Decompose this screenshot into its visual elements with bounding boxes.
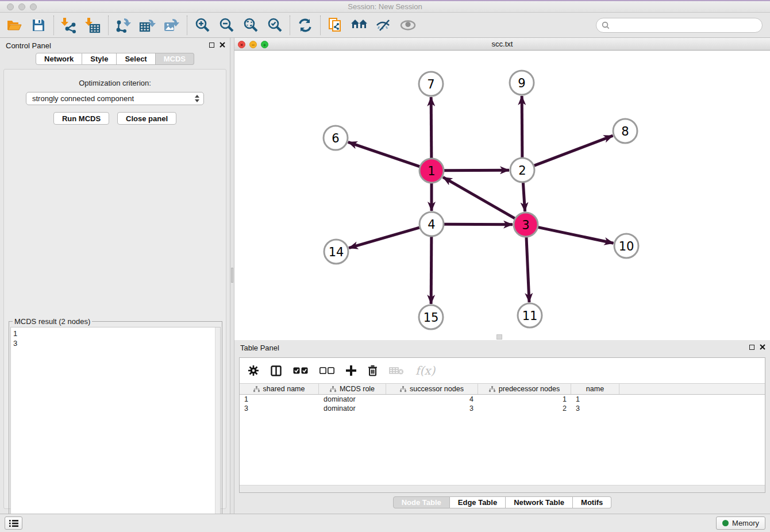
deselect-all-icon[interactable] — [319, 367, 334, 374]
tab-select[interactable]: Select — [117, 53, 155, 65]
import-table-icon[interactable] — [81, 14, 105, 36]
table-cell[interactable]: dominator — [319, 404, 386, 413]
window-title: Session: New Session — [0, 2, 770, 11]
table-cell[interactable]: 2 — [478, 404, 571, 413]
apply-layout-icon[interactable] — [293, 14, 317, 36]
optimization-criterion-label: Optimization criterion: — [4, 79, 226, 87]
memory-button[interactable]: Memory — [716, 516, 765, 530]
search-icon — [602, 21, 610, 29]
graph-edge-1-2[interactable] — [444, 170, 509, 171]
table-cell[interactable]: 3 — [571, 404, 619, 413]
table-cell[interactable]: 4 — [386, 395, 478, 404]
search-box[interactable] — [596, 18, 763, 33]
close-panel-icon[interactable] — [220, 42, 225, 48]
table-row[interactable]: 1dominator411 — [240, 395, 765, 404]
node-table-container: f(x) shared nameMCDS rolesuccessor nodes… — [239, 357, 765, 493]
column-header-MCDS-role[interactable]: MCDS role — [319, 384, 386, 394]
hide-details-eye-icon[interactable] — [372, 14, 396, 36]
mcds-result-text: 1 3 — [11, 327, 220, 349]
duplicate-network-icon[interactable] — [324, 14, 348, 36]
network-window-titlebar: × − + scc.txt — [234, 38, 770, 51]
tab-mcds[interactable]: MCDS — [156, 53, 194, 65]
table-settings-gear-icon[interactable] — [248, 365, 259, 376]
zoom-out-icon[interactable] — [214, 14, 238, 36]
zoom-in-icon[interactable] — [190, 14, 214, 36]
select-all-icon[interactable] — [293, 367, 308, 374]
zoom-fit-icon[interactable] — [238, 14, 263, 36]
column-header-successor-nodes[interactable]: successor nodes — [386, 384, 478, 394]
table-cell[interactable]: 3 — [386, 404, 478, 413]
table-cell[interactable]: 1 — [571, 395, 619, 404]
float-panel-icon[interactable] — [749, 345, 754, 350]
panel-splitter[interactable] — [230, 38, 234, 514]
table-row[interactable]: 3dominator323 — [240, 404, 765, 413]
table-panel: Table Panel — [234, 340, 770, 514]
export-table-icon[interactable] — [136, 14, 160, 36]
graph-edge-1-6[interactable] — [348, 142, 420, 167]
mcds-result-area[interactable]: 1 3 — [10, 327, 221, 532]
canvas-scroll-handle[interactable] — [496, 334, 502, 340]
close-panel-button[interactable]: Close panel — [117, 112, 176, 125]
table-panel-title: Table Panel — [240, 344, 279, 352]
table-rows: 1dominator4113dominator323 — [240, 395, 765, 413]
column-header-name[interactable]: name — [571, 384, 619, 394]
tab-style[interactable]: Style — [82, 53, 117, 65]
graph-edge-1-7[interactable] — [431, 97, 432, 159]
close-panel-icon[interactable] — [760, 344, 765, 350]
tab-network-table[interactable]: Network Table — [506, 496, 573, 508]
graph-node-label-6: 6 — [332, 132, 339, 145]
graph-edge-2-9[interactable] — [522, 96, 522, 158]
table-horizontal-scrollbar[interactable] — [240, 485, 765, 492]
column-header-predecessor-nodes[interactable]: predecessor nodes — [478, 384, 571, 394]
toolbar-separator — [53, 16, 54, 35]
mcds-result-box: MCDS result (2 nodes) 1 3 — [9, 321, 222, 532]
graph-edge-2-3[interactable] — [523, 182, 525, 211]
network-view-window: × − + scc.txt 7968124314101511 — [234, 38, 770, 340]
graph-edge-4-15[interactable] — [431, 236, 432, 304]
network-window-title: scc.txt — [234, 40, 770, 48]
show-details-eye-icon[interactable] — [396, 14, 420, 36]
table-cell[interactable]: 1 — [478, 395, 571, 404]
delete-column-icon[interactable] — [368, 365, 378, 376]
tab-edge-table[interactable]: Edge Table — [450, 496, 506, 508]
result-scrollbar[interactable] — [215, 327, 220, 532]
open-file-icon[interactable] — [2, 14, 26, 36]
mcds-result-legend: MCDS result (2 nodes) — [13, 317, 92, 326]
tab-node-table[interactable]: Node Table — [393, 496, 450, 508]
task-history-button[interactable] — [5, 516, 22, 530]
add-column-icon[interactable] — [346, 365, 356, 376]
table-header-row: shared nameMCDS rolesuccessor nodesprede… — [240, 383, 765, 395]
graph-edge-3-11[interactable] — [526, 237, 529, 302]
search-input[interactable] — [613, 20, 762, 31]
graph-edge-4-3[interactable] — [444, 224, 513, 225]
control-panel-title: Control Panel — [6, 41, 51, 50]
tab-network[interactable]: Network — [36, 53, 82, 65]
zoom-selected-icon[interactable] — [263, 14, 287, 36]
table-cell[interactable]: dominator — [319, 395, 386, 404]
network-canvas[interactable]: 7968124314101511 — [234, 51, 770, 340]
graph-edge-3-1[interactable] — [443, 177, 515, 218]
run-mcds-button[interactable]: Run MCDS — [53, 112, 109, 125]
optimization-criterion-select[interactable]: strongly connected component — [26, 92, 204, 105]
window-titlebar: Session: New Session — [0, 0, 770, 13]
table-cell[interactable]: 1 — [240, 395, 319, 404]
houses-icon[interactable] — [348, 14, 372, 36]
float-panel-icon[interactable] — [209, 43, 214, 48]
graph-node-label-4: 4 — [428, 218, 435, 232]
table-cell[interactable]: 3 — [240, 404, 319, 413]
export-network-icon[interactable] — [111, 14, 136, 36]
control-panel: Control Panel NetworkStyleSelectMCDS Opt… — [0, 38, 230, 514]
graph-edge-2-8[interactable] — [534, 136, 613, 165]
save-session-icon[interactable] — [26, 14, 51, 36]
export-image-icon[interactable] — [160, 14, 184, 36]
tab-motifs[interactable]: Motifs — [573, 496, 611, 508]
show-column-icon[interactable] — [271, 365, 282, 376]
graph-edge-3-10[interactable] — [538, 227, 614, 243]
splitter-handle[interactable] — [231, 268, 233, 283]
graph-edge-4-14[interactable] — [349, 228, 420, 248]
graph-node-label-9: 9 — [518, 76, 525, 90]
graph-node-label-11: 11 — [522, 309, 538, 323]
table-tabs: Node TableEdge TableNetwork TableMotifs — [234, 496, 770, 508]
column-header-shared-name[interactable]: shared name — [240, 384, 319, 394]
import-network-icon[interactable] — [57, 14, 81, 36]
